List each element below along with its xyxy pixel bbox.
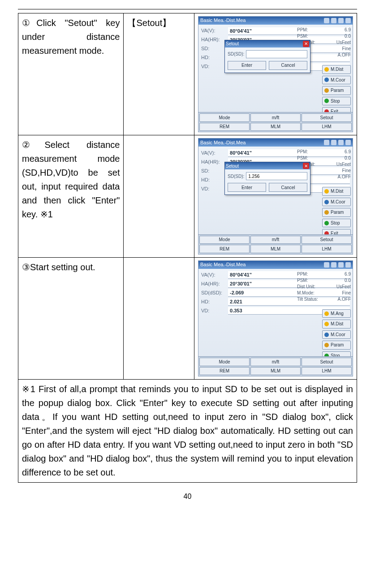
bottom-button-rem[interactable]: REM: [199, 367, 250, 376]
side-button-label: Param: [331, 87, 344, 94]
bottom-bar: Modem/ftSetoutREMMLMLHM: [198, 112, 353, 132]
green-icon: [324, 99, 329, 103]
side-button-label: M.Dist: [331, 320, 343, 328]
side-button-param[interactable]: Param: [322, 208, 351, 217]
yellow-icon: [324, 322, 329, 326]
bottom-button-setout[interactable]: Setout: [302, 358, 352, 366]
note-cell: ※1 First of all,a prompt that reminds yo…: [18, 380, 357, 483]
step-num: ②: [22, 140, 44, 150]
side-button-label: M.Dist: [331, 66, 343, 73]
side-button-param[interactable]: Param: [322, 86, 351, 95]
side-button-m.dist[interactable]: M.Dist: [322, 65, 351, 74]
bottom-button-lhm[interactable]: LHM: [302, 367, 352, 376]
side-buttons: M.DistM.CoorParamStopExit: [322, 65, 351, 116]
side-button-param[interactable]: Param: [322, 341, 351, 350]
bottom-button-setout[interactable]: Setout: [302, 236, 352, 244]
sd-input[interactable]: [246, 172, 307, 180]
bottom-button-lhm[interactable]: LHM: [302, 123, 352, 131]
bottom-button-mode[interactable]: Mode: [199, 236, 250, 244]
yellow-icon: [324, 67, 329, 72]
step-text: Start setting out.: [30, 262, 95, 272]
reading-label: HD:: [201, 176, 226, 184]
side-button-label: Param: [331, 209, 344, 216]
bottom-button-mode[interactable]: Mode: [199, 358, 250, 366]
bottom-button-rem[interactable]: REM: [199, 123, 250, 131]
side-button-stop[interactable]: Stop: [322, 219, 351, 228]
window-title: Basic Mea.-Dist.Mea: [200, 261, 246, 268]
bottom-button-m/ft[interactable]: m/ft: [250, 236, 301, 244]
reading-label: HA(HR):: [201, 158, 226, 166]
status-key: PSM:: [297, 277, 308, 283]
side-button-m.coor[interactable]: M.Coor: [322, 76, 351, 85]
reading-label: VD:: [201, 63, 226, 70]
dialog-titlebar: Setout✕: [225, 162, 310, 169]
close-icon[interactable]: ✕: [303, 41, 309, 47]
cancel-button[interactable]: Cancel: [269, 61, 307, 70]
status-val: Fine: [342, 167, 351, 173]
status-val: Fine: [342, 45, 351, 52]
reading-label: SD:: [201, 45, 226, 52]
side-button-label: M.Ang: [331, 310, 344, 317]
gear-icon: [324, 88, 329, 93]
enter-button[interactable]: Enter: [228, 61, 266, 70]
side-button-m.dist[interactable]: M.Dist: [322, 320, 351, 329]
status-row: Dist Unit:UsFeet: [297, 283, 351, 290]
device-screenshot: Basic Mea.-Dist.MeaVA(V):80°04'41"HA(HR)…: [198, 260, 353, 376]
close-icon[interactable]: ✕: [303, 163, 309, 169]
status-row: M.Mode:Fine: [297, 290, 351, 296]
side-button-label: Param: [331, 342, 344, 349]
titlebar-icon: [331, 140, 336, 145]
step-row: ①Click "Setout" key under distance measu…: [18, 13, 357, 135]
step-num: ①: [22, 18, 36, 28]
device-body: VA(V):80°04'41"HA(HR):20°30'01"SD(dSD):-…: [198, 269, 353, 355]
side-button-stop[interactable]: Stop: [322, 97, 351, 106]
bottom-button-setout[interactable]: Setout: [302, 113, 352, 122]
cancel-button[interactable]: Cancel: [269, 183, 307, 192]
bottom-button-lhm[interactable]: LHM: [302, 245, 352, 253]
side-button-label: Stop: [331, 98, 340, 105]
titlebar-icon: [324, 18, 329, 23]
status-key: Dist Unit:: [297, 283, 315, 290]
status-row: PSM:0.0: [297, 277, 351, 283]
status-column: PPM:6.9PSM:0.0Dist Unit:UsFeetM.Mode:Fin…: [297, 271, 351, 302]
status-val: A.OFF: [338, 52, 351, 58]
step-text: Select distance measurement mode (SD,HD,…: [22, 140, 120, 219]
green-icon: [324, 221, 329, 225]
step-image-cell: Basic Mea.-Dist.MeaVA(V):80°04'41"HA(HR)…: [194, 135, 357, 257]
side-button-m.dist[interactable]: M.Dist: [322, 187, 351, 196]
side-button-m.coor[interactable]: M.Coor: [322, 198, 351, 207]
reading-label: VD:: [201, 185, 226, 193]
status-row: PPM:6.9: [297, 26, 351, 33]
reading-label: HD:: [201, 54, 226, 61]
step-text: Click "Setout" key under distance measur…: [22, 18, 120, 56]
window-title: Basic Mea.-Dist.Mea: [200, 17, 246, 24]
bottom-button-m/ft[interactable]: m/ft: [250, 358, 301, 366]
status-val: UsFeet: [336, 283, 351, 290]
gear-icon: [324, 343, 329, 347]
status-val: 6.9: [345, 271, 351, 277]
titlebar-icon: [331, 262, 336, 268]
window-titlebar: Basic Mea.-Dist.Mea: [198, 17, 353, 25]
enter-button[interactable]: Enter: [228, 183, 266, 192]
titlebar-icon: [331, 18, 336, 23]
side-button-label: M.Coor: [331, 199, 345, 206]
reading-label: VD:: [201, 307, 226, 315]
status-key: PPM:: [297, 148, 308, 155]
bottom-button-mode[interactable]: Mode: [199, 113, 250, 122]
status-val: A.OFF: [338, 296, 351, 302]
bottom-button-rem[interactable]: REM: [199, 245, 250, 253]
step-image-cell: Basic Mea.-Dist.MeaVA(V):80°04'41"HA(HR)…: [194, 257, 357, 379]
bottom-button-mlm[interactable]: MLM: [250, 245, 301, 253]
bottom-button-mlm[interactable]: MLM: [250, 367, 301, 376]
side-button-m.ang[interactable]: M.Ang: [322, 309, 351, 318]
side-button-m.coor[interactable]: M.Coor: [322, 330, 351, 339]
sd-input[interactable]: [246, 50, 307, 58]
setout-dialog: Setout✕SD(SD):EnterCancel: [224, 40, 310, 73]
page-number: 40: [18, 493, 357, 501]
device-body: VA(V):80°04'41"HA(HR):20°30'03"SD:HD:VD:…: [198, 25, 353, 111]
reading-label: SD:: [201, 167, 226, 175]
reading-label: SD(dSD):: [201, 289, 226, 297]
bottom-button-mlm[interactable]: MLM: [250, 123, 301, 131]
status-key: Tilt Status:: [297, 296, 318, 302]
bottom-button-m/ft[interactable]: m/ft: [250, 113, 301, 122]
